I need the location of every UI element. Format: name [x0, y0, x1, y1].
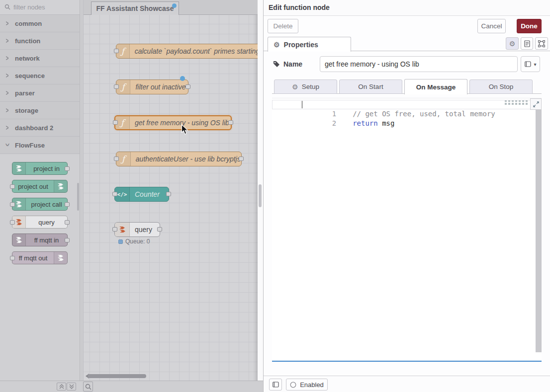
node-authenticate-user[interactable]: ƒ authenticateUser - use lib bcryptjs — [116, 152, 242, 166]
gear-icon: ⚙ — [509, 40, 516, 48]
output-port[interactable] — [65, 166, 70, 171]
palette-node-project-call[interactable]: project call — [12, 198, 68, 211]
chevron-right-icon: > — [6, 19, 9, 28]
tab-on-start[interactable]: On Start — [339, 79, 402, 94]
chevron-right-icon: > — [6, 89, 9, 97]
node-calculate-primes[interactable]: ƒ calculate `payload.count` primes start… — [116, 44, 258, 59]
palette-node-list: project in project out project call — [0, 154, 80, 264]
input-port[interactable] — [114, 157, 119, 161]
tab-on-message[interactable]: On Message — [404, 79, 467, 94]
output-port[interactable] — [228, 120, 233, 125]
input-port[interactable] — [114, 84, 119, 89]
dialog-toolbar: Delete Cancel Done — [264, 16, 550, 36]
palette-search[interactable] — [0, 0, 80, 15]
palette-node-label: project call — [26, 198, 67, 210]
library-button[interactable] — [269, 379, 282, 391]
output-port[interactable] — [157, 227, 162, 232]
input-port[interactable] — [10, 256, 15, 260]
canvas-vscroll-thumb[interactable] — [259, 184, 262, 207]
palette-category-storage[interactable]: > storage — [0, 102, 80, 119]
node-filter-out-inactive[interactable]: ƒ filter out inactive — [116, 79, 188, 94]
category-label: parser — [15, 89, 35, 97]
node-get-free-memory[interactable]: ƒ get free memory - using OS lib — [114, 115, 232, 130]
done-button[interactable]: Done — [517, 19, 542, 33]
expand-icon — [533, 101, 539, 107]
input-port[interactable] — [113, 120, 118, 125]
name-label: Name — [273, 60, 302, 68]
appearance-button[interactable] — [535, 37, 548, 50]
workspace-grid[interactable]: ƒ calculate `payload.count` primes start… — [84, 15, 258, 381]
palette: > common > function > network > sequence… — [0, 0, 80, 381]
flowfuse-icon — [54, 252, 67, 264]
editor-minimap[interactable] — [505, 100, 528, 105]
collapse-all-button[interactable] — [57, 383, 66, 391]
palette-node-project-out[interactable]: project out — [12, 180, 68, 193]
node-counter[interactable]: </> Counter — [114, 187, 169, 202]
chevron-right-icon: > — [6, 54, 9, 63]
double-chevron-up-icon — [59, 384, 64, 389]
input-port[interactable] — [112, 227, 117, 232]
node-label: query — [130, 223, 157, 236]
delete-button[interactable]: Delete — [268, 19, 298, 33]
enabled-toggle-button[interactable]: Enabled — [286, 379, 328, 391]
palette-category-sequence[interactable]: > sequence — [0, 67, 80, 84]
palette-node-project-in[interactable]: project in — [12, 162, 68, 175]
tab-on-stop[interactable]: On Stop — [469, 79, 533, 94]
flow-tab[interactable]: FF Assistant Showcase — [91, 1, 179, 15]
edit-properties-button[interactable]: ⚙ — [506, 37, 519, 50]
palette-category-network[interactable]: > network — [0, 50, 80, 67]
canvas-vscroll-track[interactable] — [258, 0, 263, 381]
node-query[interactable]: query — [114, 222, 160, 237]
palette-category-function[interactable]: > function — [0, 32, 80, 50]
properties-tab-label: Properties — [284, 41, 318, 49]
code-editor[interactable]: 1// get OS free, used, total memory 2ret… — [272, 98, 542, 362]
workspace-tabbar: FF Assistant Showcase — [84, 0, 258, 15]
chevron-right-icon: > — [6, 124, 9, 132]
zoom-search-button[interactable] — [83, 382, 93, 392]
output-port[interactable] — [166, 192, 171, 196]
tab-setup[interactable]: ⚙ Setup — [274, 79, 337, 94]
gear-icon: ⚙ — [292, 83, 298, 91]
editor-scrollbar[interactable] — [536, 110, 542, 352]
node-status: Queue: 0 — [118, 238, 150, 245]
workspace-footer — [0, 381, 263, 392]
output-port[interactable] — [65, 238, 70, 242]
palette-category-parser[interactable]: > parser — [0, 84, 80, 102]
output-port[interactable] — [185, 84, 190, 89]
palette-node-ff-mqtt-in[interactable]: ff mqtt in — [12, 234, 68, 246]
output-port[interactable] — [65, 220, 70, 225]
node-label: get free memory - using OS lib — [130, 116, 231, 129]
caret-down-icon: ▾ — [534, 62, 536, 67]
editor-expand-button[interactable] — [530, 98, 542, 110]
status-text: Queue: 0 — [125, 238, 150, 245]
chevron-down-icon: > — [3, 144, 12, 147]
palette-scrollbar[interactable] — [77, 183, 79, 211]
expand-all-button[interactable] — [67, 383, 76, 391]
palette-node-label: project in — [26, 162, 67, 174]
enabled-label: Enabled — [300, 381, 324, 389]
name-input[interactable] — [320, 56, 518, 72]
palette-node-query[interactable]: query — [12, 216, 68, 229]
dialog-body: Name ▾ ⚙ Setup On Start On Message — [264, 51, 550, 376]
tab-properties[interactable]: ⚙ Properties — [268, 37, 351, 52]
description-button[interactable] — [521, 37, 533, 50]
input-port[interactable] — [112, 192, 117, 196]
node-label: Counter — [130, 187, 165, 201]
palette-node-ff-mqtt-out[interactable]: ff mqtt out — [12, 251, 68, 264]
output-port[interactable] — [65, 202, 70, 207]
category-label: function — [15, 37, 40, 45]
flowfuse-icon — [12, 234, 26, 246]
flowfuse-icon — [12, 162, 26, 174]
input-port[interactable] — [10, 202, 15, 207]
palette-category-dashboard-2[interactable]: > dashboard 2 — [0, 119, 80, 137]
palette-category-common[interactable]: > common — [0, 15, 80, 32]
library-dropdown-button[interactable]: ▾ — [521, 56, 540, 72]
palette-category-flowfuse[interactable]: > FlowFuse — [0, 137, 80, 154]
palette-filter-input[interactable] — [13, 3, 71, 11]
input-port[interactable] — [10, 184, 15, 189]
output-port[interactable] — [239, 157, 244, 161]
input-port[interactable] — [114, 49, 119, 53]
input-port[interactable] — [10, 220, 15, 225]
horizontal-scrollbar[interactable] — [88, 374, 146, 378]
cancel-button[interactable]: Cancel — [477, 19, 506, 33]
